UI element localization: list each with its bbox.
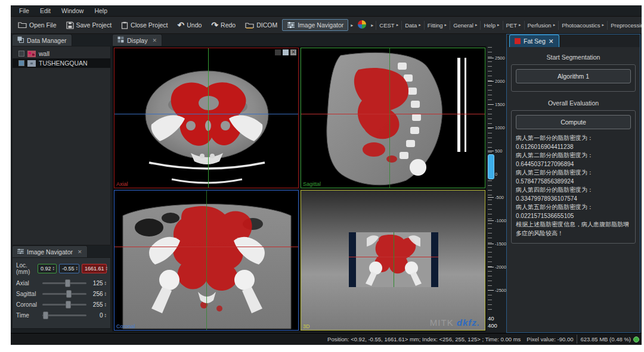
sagittal-slider[interactable]: [42, 293, 86, 295]
menu-file[interactable]: File: [14, 7, 34, 15]
loc-y-spinbox[interactable]: -0.55▲▼: [59, 264, 79, 273]
view-menu-fitting[interactable]: Fitting▸: [424, 21, 450, 30]
major-tick: [488, 267, 494, 267]
coronal-slider[interactable]: [42, 304, 86, 306]
slider-handle[interactable]: [65, 279, 70, 287]
axial-plane-line[interactable]: [114, 247, 298, 247]
loc-x-spinbox[interactable]: 0.92▲▼: [38, 264, 57, 273]
redo-button[interactable]: ↷ Redo: [206, 19, 240, 31]
major-tick: [488, 58, 494, 58]
view-settings-icon[interactable]: ✕: [290, 49, 296, 55]
spinner-arrows-icon[interactable]: ▲▼: [52, 266, 55, 271]
sagittal-viewport[interactable]: Sagittal: [301, 48, 485, 188]
sagittal-plane-line[interactable]: [389, 48, 390, 188]
tab-data-manager[interactable]: Data Manager: [12, 34, 72, 46]
view-menu-preprocessing[interactable]: Preprocessing▸: [607, 21, 642, 30]
view-menu-photoacoustics[interactable]: Photoacoustics▸: [558, 21, 607, 30]
display-panel: Display ✕: [112, 34, 487, 333]
folder-open-icon: [18, 21, 27, 29]
slider-handle[interactable]: [43, 311, 48, 319]
loc-z-spinbox[interactable]: 1661.61▲▼: [82, 264, 107, 273]
dkfz-logo-text: dkfz.: [457, 317, 480, 328]
location-row: Loc. (mm) 0.92▲▼ -0.55▲▼ 1661.61▲▼: [16, 262, 107, 275]
undo-button[interactable]: ↶ Undo: [173, 19, 207, 31]
position-status: Position: <0.92, -0.55, 1661.61> mm; Ind…: [324, 336, 524, 342]
tree-item-tushengquan[interactable]: TUSHENGQUAN: [13, 58, 110, 68]
spinner-arrows-icon[interactable]: ▲▼: [104, 281, 107, 286]
spinner-arrows-icon[interactable]: ▲▼: [104, 303, 107, 307]
dicom-icon: [245, 21, 254, 29]
close-icon[interactable]: ✕: [78, 249, 82, 255]
sliders-icon: [17, 248, 24, 256]
toolbar-overflow-icon[interactable]: ▸: [348, 23, 355, 28]
crosshair-menu-icon[interactable]: [275, 49, 281, 55]
sagittal-plane-line[interactable]: [206, 191, 207, 330]
tab-display[interactable]: Display ✕: [112, 34, 162, 46]
major-tick: [488, 290, 494, 291]
save-project-button[interactable]: Save Project: [61, 19, 117, 32]
major-tick: [488, 244, 494, 244]
threed-viewport[interactable]: 3D MITK dkfz.: [301, 190, 485, 331]
menu-bar: File Edit Window Help: [11, 5, 642, 16]
view-menu-perfusion[interactable]: Perfusion▸: [524, 21, 559, 30]
view-menu-help[interactable]: Help▸: [480, 21, 502, 30]
view-menu-data[interactable]: Data▸: [401, 21, 424, 30]
close-project-button[interactable]: Close Project: [116, 19, 172, 32]
spinner-arrows-icon[interactable]: ▲▼: [76, 266, 78, 271]
redo-icon: ↷: [211, 21, 218, 29]
compute-button[interactable]: Compute: [516, 115, 631, 129]
tab-label: Data Manager: [27, 37, 67, 44]
view-menu-pet[interactable]: PET▸: [503, 21, 524, 30]
view-menu-general[interactable]: General▸: [450, 21, 480, 30]
tab-fat-seg[interactable]: Fat Seg ✕: [509, 35, 559, 47]
sliders-icon: [287, 21, 295, 29]
viewport-grid: ✕ Axial: [112, 46, 487, 332]
start-segmentation-group: Algorithm 1: [511, 64, 636, 92]
axial-viewport[interactable]: ✕ Axial: [114, 48, 299, 188]
dicom-button[interactable]: DICOM: [240, 19, 282, 32]
chevron-right-icon: ▸: [519, 23, 521, 27]
algorithm-1-button[interactable]: Algorithm 1: [516, 69, 631, 83]
chevron-right-icon: ▸: [553, 23, 556, 27]
color-wheel-icon[interactable]: [358, 20, 366, 30]
sagittal-plane-line[interactable]: [394, 232, 394, 287]
menu-edit[interactable]: Edit: [35, 7, 55, 15]
memory-usage-text: 623.85 MB (0.48 %): [581, 336, 631, 342]
slider-handle[interactable]: [66, 290, 72, 298]
tree-item-wall[interactable]: wall: [13, 49, 110, 58]
menu-help[interactable]: Help: [89, 7, 112, 15]
tick-label: -500: [495, 195, 504, 200]
fullscreen-icon[interactable]: [283, 49, 289, 55]
spinner-arrows-icon[interactable]: ▲▼: [104, 292, 107, 297]
visibility-checkbox[interactable]: [18, 60, 24, 66]
menu-window[interactable]: Window: [57, 7, 88, 15]
time-slider[interactable]: [42, 314, 86, 316]
chevron-right-icon: ▸: [369, 23, 376, 28]
image-navigator-button[interactable]: Image Navigator: [282, 19, 348, 31]
view-menu-cest[interactable]: CEST▸: [376, 21, 401, 30]
close-icon[interactable]: ✕: [549, 38, 554, 45]
fat-seg-panel: Fat Seg ✕ Start Segmentation Algorithm 1…: [506, 34, 640, 333]
level-window-slider[interactable]: 2500 2000 1500 1000 500 0 -500 -1000 -15…: [488, 47, 504, 313]
coronal-plane-line[interactable]: [114, 114, 298, 114]
tab-label: Fat Seg: [524, 38, 546, 45]
major-tick: [488, 151, 494, 151]
threed-slice-plane[interactable]: [349, 232, 438, 287]
tab-image-navigator[interactable]: Image Navigator ✕: [12, 245, 88, 257]
data-manager-tabbar: Data Manager: [12, 34, 111, 46]
axial-view-label: Axial: [116, 181, 128, 187]
sagittal-plane-line[interactable]: [208, 48, 209, 188]
close-icon[interactable]: ✕: [152, 38, 157, 43]
slider-handle[interactable]: [66, 301, 71, 309]
coronal-viewport[interactable]: Coronal: [114, 190, 299, 331]
open-file-button[interactable]: Open File: [13, 19, 61, 31]
level-window-handle[interactable]: [488, 154, 494, 179]
axial-slider[interactable]: [42, 282, 86, 284]
spinner-arrows-icon[interactable]: ▲▼: [104, 313, 107, 318]
visibility-checkbox[interactable]: [18, 51, 24, 57]
spinner-arrows-icon[interactable]: ▲▼: [106, 266, 108, 271]
sagittal-view-label: Sagittal: [303, 181, 321, 187]
tick-label: 2500: [495, 55, 505, 61]
axial-plane-line[interactable]: [301, 114, 485, 114]
sagittal-ct-image: [301, 48, 485, 188]
